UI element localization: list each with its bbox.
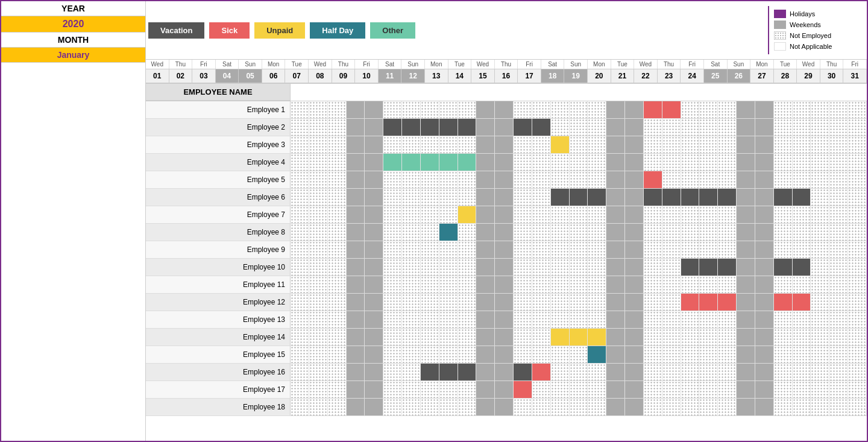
- legend-pill-other: Other: [370, 22, 415, 39]
- employee-row: Employee 3: [146, 136, 867, 154]
- day-cell: [383, 311, 402, 328]
- day-cell: [811, 381, 829, 398]
- day-cell: [774, 189, 793, 206]
- day-cell: [848, 206, 867, 223]
- day-num-cell: 04: [216, 69, 239, 83]
- day-cell: [606, 294, 625, 311]
- day-cell: [532, 329, 551, 346]
- day-cell: [755, 294, 774, 311]
- day-name-cell: Sun: [564, 60, 588, 69]
- day-cell: [625, 381, 644, 398]
- day-num-cell: 23: [658, 69, 681, 83]
- day-cell: [625, 294, 644, 311]
- day-cell: [570, 189, 588, 206]
- day-cell: [383, 381, 402, 398]
- day-cell: [625, 154, 644, 171]
- day-cell: [383, 119, 402, 136]
- day-cell: [532, 189, 551, 206]
- day-cell: [811, 171, 829, 188]
- day-cell: [811, 154, 829, 171]
- day-cell: [291, 329, 309, 346]
- day-cell: [625, 136, 644, 153]
- day-cell: [514, 119, 532, 136]
- day-cell: [737, 364, 755, 380]
- day-cell: [328, 381, 347, 398]
- day-cell: [328, 154, 347, 171]
- day-cell: [606, 136, 625, 153]
- day-cells: [291, 364, 867, 380]
- day-cell: [328, 136, 347, 153]
- day-cell: [402, 329, 421, 346]
- day-cell: [737, 294, 755, 311]
- day-cell: [458, 364, 477, 380]
- day-cell: [365, 189, 383, 206]
- employee-row: Employee 15: [146, 346, 867, 364]
- day-cell: [365, 346, 383, 363]
- day-cell: [829, 346, 848, 363]
- day-cell: [532, 381, 551, 398]
- day-cells: [291, 206, 867, 223]
- day-cell: [829, 241, 848, 258]
- day-cell: [495, 136, 514, 153]
- employee-name: Employee 10: [146, 259, 291, 276]
- day-cell: [365, 259, 383, 276]
- day-name-cell: Mon: [750, 60, 774, 69]
- day-cells: [291, 276, 867, 293]
- day-cell: [383, 101, 402, 118]
- day-cell: [625, 311, 644, 328]
- day-name-cell: Thu: [820, 60, 844, 69]
- day-cell: [811, 119, 829, 136]
- employee-row: Employee 7: [146, 206, 867, 224]
- day-cell: [402, 381, 421, 398]
- day-cell: [439, 189, 458, 206]
- legend-item-not-employed: Not Employed: [774, 31, 860, 40]
- day-cell: [662, 224, 681, 241]
- day-cell: [774, 206, 793, 223]
- day-cell: [291, 276, 309, 293]
- day-cell: [606, 259, 625, 276]
- day-cell: [793, 224, 811, 241]
- day-cell: [402, 171, 421, 188]
- day-cell: [662, 329, 681, 346]
- day-cell: [774, 224, 793, 241]
- day-cell: [718, 154, 737, 171]
- day-cell: [774, 399, 793, 415]
- day-cell: [606, 329, 625, 346]
- day-cell: [848, 136, 867, 153]
- day-name-cell: Fri: [843, 60, 867, 69]
- day-cell: [439, 364, 458, 380]
- day-cell: [347, 119, 365, 136]
- day-cell: [588, 399, 606, 415]
- day-name-cell: Sun: [728, 60, 751, 69]
- employee-name: Employee 11: [146, 276, 291, 293]
- day-cell: [774, 171, 793, 188]
- day-cell: [588, 119, 606, 136]
- day-cell: [309, 259, 328, 276]
- employee-name: Employee 5: [146, 171, 291, 188]
- day-cell: [347, 276, 365, 293]
- day-cell: [421, 346, 439, 363]
- day-cell: [681, 294, 700, 311]
- day-cell: [514, 346, 532, 363]
- header-spacer: [291, 84, 867, 101]
- day-cell: [662, 294, 681, 311]
- day-cell: [551, 346, 570, 363]
- day-cell: [588, 171, 606, 188]
- day-cell: [347, 136, 365, 153]
- day-cell: [328, 224, 347, 241]
- day-cell: [309, 154, 328, 171]
- day-name-cell: Wed: [471, 60, 495, 69]
- employee-row: Employee 9: [146, 241, 867, 259]
- day-cell: [811, 329, 829, 346]
- day-cell: [383, 206, 402, 223]
- day-name-cell: Thu: [169, 60, 193, 69]
- day-cell: [402, 119, 421, 136]
- day-cell: [625, 364, 644, 380]
- day-cell: [699, 241, 718, 258]
- day-cell: [570, 381, 588, 398]
- day-cell: [458, 189, 477, 206]
- day-cell: [309, 294, 328, 311]
- day-cell: [848, 311, 867, 328]
- day-cell: [439, 311, 458, 328]
- legend-swatch: [774, 10, 786, 18]
